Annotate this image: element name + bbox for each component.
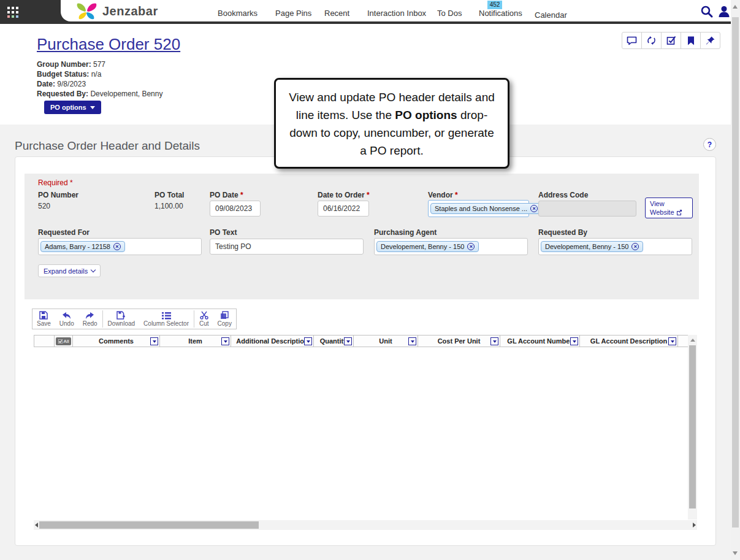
po-header-form: Required * PO Number 520 PO Total 1,100.… bbox=[25, 174, 699, 299]
col-header-cost-per-unit[interactable]: Cost Per Unit bbox=[418, 336, 500, 347]
filter-icon[interactable] bbox=[408, 337, 416, 345]
col-header-gl-account-description[interactable]: GL Account Description bbox=[580, 336, 678, 347]
col-header-unit[interactable]: Unit bbox=[354, 336, 418, 347]
po-date-input[interactable] bbox=[210, 201, 261, 217]
filter-icon[interactable] bbox=[304, 337, 312, 345]
copy-button[interactable]: Copy bbox=[213, 309, 236, 329]
grid-scroll-left-arrow[interactable] bbox=[35, 523, 38, 527]
nav-page-pins[interactable]: Page Pins bbox=[275, 9, 311, 18]
redo-button[interactable]: Redo bbox=[78, 309, 102, 329]
grid-horizontal-scrollbar[interactable] bbox=[34, 520, 697, 530]
select-all-button[interactable]: All bbox=[56, 337, 72, 345]
vendor-label: Vendor * bbox=[428, 191, 458, 199]
remove-purchasing-agent-icon[interactable]: × bbox=[467, 243, 475, 250]
nav-recent[interactable]: Recent bbox=[324, 9, 349, 18]
view-website-button[interactable]: View Website bbox=[645, 198, 693, 218]
date-to-order-input[interactable] bbox=[318, 201, 369, 217]
requested-for-label: Requested For bbox=[38, 228, 90, 237]
filter-icon[interactable] bbox=[150, 337, 158, 345]
required-legend: Required * bbox=[38, 178, 73, 187]
col-header-item[interactable]: Item bbox=[160, 336, 231, 347]
page-scrollbar-thumb[interactable] bbox=[732, 17, 739, 527]
po-text-input[interactable] bbox=[210, 239, 364, 255]
edit-task-button[interactable] bbox=[661, 32, 681, 49]
nav-to-dos[interactable]: To Dos bbox=[437, 9, 462, 18]
copy-icon bbox=[220, 311, 229, 320]
row-number-header bbox=[34, 336, 55, 347]
app-launcher-button[interactable] bbox=[0, 0, 25, 24]
scroll-up-arrow[interactable] bbox=[733, 5, 738, 9]
check-all-icon bbox=[58, 339, 63, 343]
po-date-label: PO Date * bbox=[210, 191, 243, 199]
nav-notifications[interactable]: Notifications bbox=[479, 9, 522, 18]
toolbar-separator bbox=[194, 310, 194, 328]
po-text-label: PO Text bbox=[210, 228, 237, 237]
workflow-actions-button[interactable] bbox=[641, 32, 662, 49]
grid-toolbar: Save Undo Redo Download Column Selector bbox=[32, 309, 237, 329]
section-title: Purchase Order Header and Details bbox=[15, 139, 200, 153]
column-selector-button[interactable]: Column Selector bbox=[139, 309, 193, 329]
vendor-chip: Staples and Such Nonsense ...× bbox=[430, 203, 542, 214]
bookmark-button[interactable] bbox=[681, 32, 701, 49]
filter-icon[interactable] bbox=[570, 337, 578, 345]
column-selector-icon bbox=[162, 312, 171, 320]
nav-calendar[interactable]: Calendar bbox=[535, 10, 567, 20]
search-icon[interactable] bbox=[700, 5, 714, 18]
col-header-gl-account-number[interactable]: GL Account Number bbox=[500, 336, 580, 347]
grid-scroll-right-arrow[interactable] bbox=[693, 523, 696, 527]
po-options-dropdown-button[interactable]: PO options bbox=[44, 101, 101, 114]
scroll-down-arrow[interactable] bbox=[733, 551, 738, 555]
brand-name: Jenzabar bbox=[102, 4, 158, 18]
requested-for-input[interactable]: Adams, Barry - 12158× bbox=[38, 238, 202, 255]
filter-icon[interactable] bbox=[490, 337, 498, 345]
purchasing-agent-input[interactable]: Developement, Benny - 150× bbox=[374, 238, 528, 255]
callout-bold: PO options bbox=[395, 109, 457, 121]
col-header-additional-description[interactable]: Additional Description bbox=[231, 336, 314, 347]
save-button[interactable]: Save bbox=[32, 309, 55, 329]
grid-vertical-scrollbar[interactable] bbox=[688, 335, 697, 520]
grid-hscroll-thumb[interactable] bbox=[39, 521, 259, 529]
download-button[interactable]: Download bbox=[104, 309, 139, 329]
user-icon[interactable] bbox=[717, 5, 731, 18]
page-title[interactable]: Purchase Order 520 bbox=[37, 35, 180, 54]
pin-button[interactable] bbox=[700, 32, 720, 49]
help-button[interactable]: ? bbox=[703, 138, 716, 151]
remove-requested-by-icon[interactable]: × bbox=[631, 243, 639, 250]
jenzabar-logo[interactable]: Jenzabar bbox=[75, 2, 158, 20]
requested-by-label: Requested By bbox=[538, 228, 587, 237]
detail-date: Date: 9/8/2023 bbox=[37, 79, 162, 89]
nav-interaction-inbox[interactable]: Interaction Inbox bbox=[367, 9, 426, 18]
grid-vscroll-thumb[interactable] bbox=[689, 345, 696, 508]
chevron-down-icon bbox=[91, 267, 96, 272]
filter-icon[interactable] bbox=[344, 337, 352, 345]
filter-icon[interactable] bbox=[668, 337, 676, 345]
undo-button[interactable]: Undo bbox=[55, 309, 78, 329]
col-header-comments[interactable]: Comments bbox=[73, 336, 160, 347]
grid-scroll-up-arrow[interactable] bbox=[690, 339, 695, 342]
butterfly-logo-icon bbox=[75, 2, 99, 20]
nav-bar: Jenzabar Bookmarks Page Pins Recent Inte… bbox=[61, 0, 731, 21]
filter-icon[interactable] bbox=[221, 337, 229, 345]
cut-button[interactable]: Cut bbox=[195, 309, 213, 329]
notifications-count-badge: 452 bbox=[487, 1, 502, 9]
grid-header-row: All Comments Item Additional Description… bbox=[34, 336, 689, 347]
remove-vendor-icon[interactable]: × bbox=[530, 205, 538, 212]
expand-details-button[interactable]: Expand details bbox=[38, 264, 101, 277]
cut-scissors-icon bbox=[200, 311, 208, 320]
download-icon bbox=[116, 311, 126, 320]
remove-requested-for-icon[interactable]: × bbox=[113, 243, 121, 250]
col-header-quantity[interactable]: Quantity bbox=[314, 336, 354, 347]
comment-button[interactable] bbox=[622, 32, 642, 49]
nav-bookmarks[interactable]: Bookmarks bbox=[218, 9, 257, 18]
requested-by-chip: Developement, Benny - 150× bbox=[541, 241, 643, 252]
col-header-overflow bbox=[678, 336, 689, 347]
toolbar-separator bbox=[102, 310, 103, 328]
page-scrollbar[interactable] bbox=[731, 0, 740, 560]
vendor-input[interactable]: Staples and Such Nonsense ...× bbox=[428, 200, 529, 217]
detail-requested-by: Requested By: Developement, Benny bbox=[37, 89, 162, 99]
requested-by-input[interactable]: Developement, Benny - 150× bbox=[538, 238, 692, 255]
line-items-grid: All Comments Item Additional Description… bbox=[34, 335, 689, 347]
top-bar: Jenzabar Bookmarks Page Pins Recent Inte… bbox=[0, 0, 740, 24]
po-total-value: 1,100.00 bbox=[154, 202, 183, 210]
purchasing-agent-chip: Developement, Benny - 150× bbox=[376, 241, 479, 252]
